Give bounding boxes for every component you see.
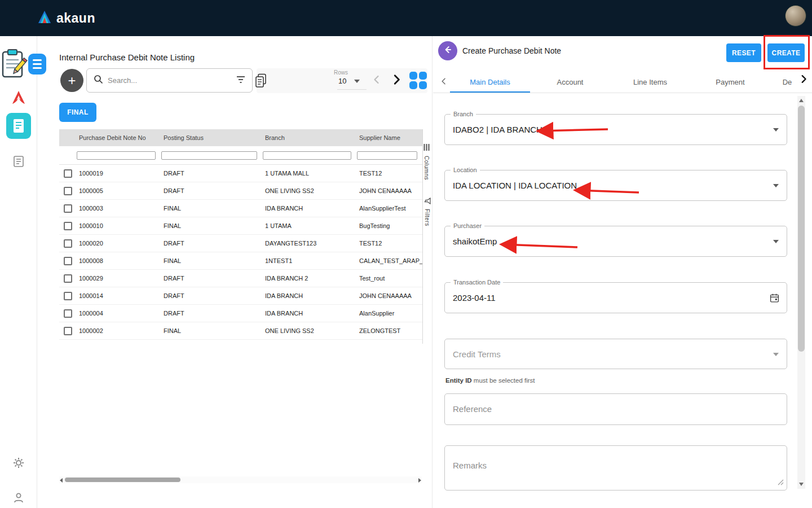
app-launcher[interactable] bbox=[1, 49, 48, 80]
detail-title: Create Purchase Debit Note bbox=[462, 46, 561, 55]
table-cell: TEST12 bbox=[356, 240, 422, 247]
remarks-textarea[interactable]: Remarks bbox=[444, 445, 787, 491]
table-row[interactable]: 1000004DRAFTIDA BRANCHAlanSupplier bbox=[59, 305, 422, 322]
rows-per-page-select[interactable]: 10 bbox=[338, 77, 360, 85]
table-row[interactable]: 1000019DRAFT1 UTAMA MALLTEST12 bbox=[59, 165, 422, 182]
purchaser-label: Purchaser bbox=[451, 222, 484, 229]
table-row[interactable]: 1000003FINALIDA BRANCHAlanSupplierTest bbox=[59, 200, 422, 217]
tab-line-items[interactable]: Line Items bbox=[610, 71, 690, 93]
checkbox-cell bbox=[59, 204, 76, 213]
location-select[interactable]: Location IDA LOCATION | IDA LOCATION bbox=[444, 170, 787, 201]
table-row[interactable]: 1000020DRAFTDAYANGTEST123TEST12 bbox=[59, 235, 422, 252]
table-row[interactable]: 1000002FINALONE LIVING SS2ZELONGTEST bbox=[59, 322, 422, 340]
column-header[interactable]: Branch bbox=[262, 134, 356, 141]
row-checkbox[interactable] bbox=[64, 187, 72, 195]
back-button[interactable] bbox=[438, 41, 457, 60]
row-checkbox[interactable] bbox=[64, 257, 72, 265]
next-page-button[interactable] bbox=[390, 73, 403, 88]
filters-panel-toggle[interactable]: Filters bbox=[423, 196, 430, 226]
table-cell: BugTesting bbox=[356, 222, 422, 229]
column-filter-input[interactable] bbox=[357, 151, 417, 160]
left-sidebar bbox=[0, 36, 37, 508]
row-checkbox[interactable] bbox=[64, 292, 72, 300]
branch-select[interactable]: Branch IDABO2 | IDA BRANCH 2 bbox=[444, 114, 787, 145]
user-avatar[interactable] bbox=[785, 5, 806, 27]
tab-payment[interactable]: Payment bbox=[690, 71, 770, 93]
app-grid-icon[interactable] bbox=[409, 72, 427, 89]
column-header[interactable]: Purchase Debit Note No bbox=[76, 134, 161, 141]
filter-cell bbox=[76, 151, 161, 160]
caret-down-icon bbox=[773, 353, 779, 356]
tab-account[interactable]: Account bbox=[530, 71, 610, 93]
sidebar-item-profile[interactable] bbox=[0, 492, 37, 506]
sidebar-item-settings[interactable] bbox=[0, 457, 37, 471]
table-row[interactable]: 1000010FINAL1 UTAMABugTesting bbox=[59, 217, 422, 235]
reference-field[interactable]: Reference bbox=[444, 393, 787, 425]
search-box[interactable] bbox=[86, 68, 253, 93]
rows-select-underline bbox=[337, 89, 367, 90]
document-app-icon bbox=[6, 113, 31, 139]
tab-de[interactable]: De bbox=[770, 71, 796, 93]
column-filter-input[interactable] bbox=[161, 151, 257, 160]
table-cell: DRAFT bbox=[161, 170, 262, 177]
table-row[interactable]: 1000014DRAFTIDA BRANCHJOHN CENAAAAA bbox=[59, 287, 422, 305]
row-checkbox[interactable] bbox=[64, 327, 72, 335]
scroll-right-arrow-icon[interactable] bbox=[418, 478, 421, 483]
scroll-left-arrow-icon[interactable] bbox=[60, 478, 63, 483]
table-cell: FINAL bbox=[161, 222, 262, 229]
tabs-scroll-right-icon[interactable] bbox=[798, 74, 809, 86]
row-checkbox[interactable] bbox=[64, 204, 72, 213]
sidebar-item-pdf[interactable] bbox=[0, 89, 37, 108]
scroll-down-arrow-icon[interactable] bbox=[799, 483, 804, 486]
brand-logo[interactable]: akaun bbox=[37, 10, 95, 26]
table-row[interactable]: 1000008FINAL1NTEST1CALAN_TEST_ARAP_2 bbox=[59, 252, 422, 270]
duplicate-pages-icon[interactable] bbox=[255, 73, 267, 90]
tab-main-details[interactable]: Main Details bbox=[450, 71, 530, 93]
table-cell: 1000014 bbox=[76, 292, 161, 299]
tabs-scroll-left-icon[interactable] bbox=[439, 77, 448, 88]
table-cell: FINAL bbox=[161, 205, 262, 212]
column-header[interactable]: Posting Status bbox=[161, 134, 262, 141]
table-row[interactable]: 1000029DRAFTIDA BRANCH 2Test_rout bbox=[59, 270, 422, 287]
table-cell: 1NTEST1 bbox=[262, 257, 356, 264]
horizontal-scrollbar[interactable] bbox=[59, 476, 422, 483]
table-filter-row bbox=[59, 146, 422, 165]
horizontal-scrollbar-thumb[interactable] bbox=[65, 478, 180, 482]
column-filter-input[interactable] bbox=[77, 151, 156, 160]
row-checkbox[interactable] bbox=[64, 309, 72, 318]
table-cell: DRAFT bbox=[161, 187, 262, 194]
credit-terms-helper: Entity ID must be selected first bbox=[445, 377, 535, 384]
columns-panel-toggle[interactable]: Columns bbox=[423, 143, 430, 180]
reset-button[interactable]: RESET bbox=[726, 43, 761, 62]
table-cell: 1000029 bbox=[76, 275, 161, 282]
table-cell: JOHN CENAAAAA bbox=[356, 292, 422, 299]
funnel-icon bbox=[422, 198, 432, 204]
row-checkbox[interactable] bbox=[64, 222, 72, 230]
filter-list-icon[interactable] bbox=[236, 76, 245, 86]
row-checkbox[interactable] bbox=[64, 239, 72, 248]
previous-page-button[interactable] bbox=[371, 74, 382, 87]
credit-terms-select[interactable]: Credit Terms bbox=[444, 339, 787, 369]
resize-corner-icon[interactable] bbox=[778, 478, 784, 488]
create-button[interactable]: CREATE bbox=[767, 43, 805, 62]
row-checkbox[interactable] bbox=[64, 274, 72, 283]
rows-per-page-value: 10 bbox=[338, 77, 346, 85]
table-row[interactable]: 1000005DRAFTONE LIVING SS2JOHN CENAAAAA bbox=[59, 182, 422, 200]
column-header[interactable]: Supplier Name bbox=[356, 134, 422, 141]
columns-icon bbox=[423, 143, 430, 153]
transaction-date-field[interactable]: Transaction Date 2023-04-11 bbox=[444, 282, 787, 313]
purchaser-select[interactable]: Purchaser shaikotEmp bbox=[444, 226, 787, 257]
vertical-scrollbar[interactable] bbox=[797, 96, 805, 489]
sidebar-item-listing[interactable] bbox=[0, 156, 37, 169]
add-record-button[interactable]: + bbox=[60, 69, 83, 92]
calendar-icon[interactable] bbox=[769, 292, 780, 306]
search-input[interactable] bbox=[108, 76, 232, 85]
hamburger-menu-icon[interactable] bbox=[28, 54, 46, 75]
transaction-date-value: 2023-04-11 bbox=[445, 283, 787, 313]
final-filter-button[interactable]: FINAL bbox=[59, 103, 96, 122]
column-filter-input[interactable] bbox=[263, 151, 351, 160]
row-checkbox[interactable] bbox=[64, 169, 72, 178]
vertical-scrollbar-thumb[interactable] bbox=[798, 106, 805, 352]
scroll-up-arrow-icon[interactable] bbox=[799, 99, 804, 102]
sidebar-item-documents-active[interactable] bbox=[0, 113, 37, 139]
